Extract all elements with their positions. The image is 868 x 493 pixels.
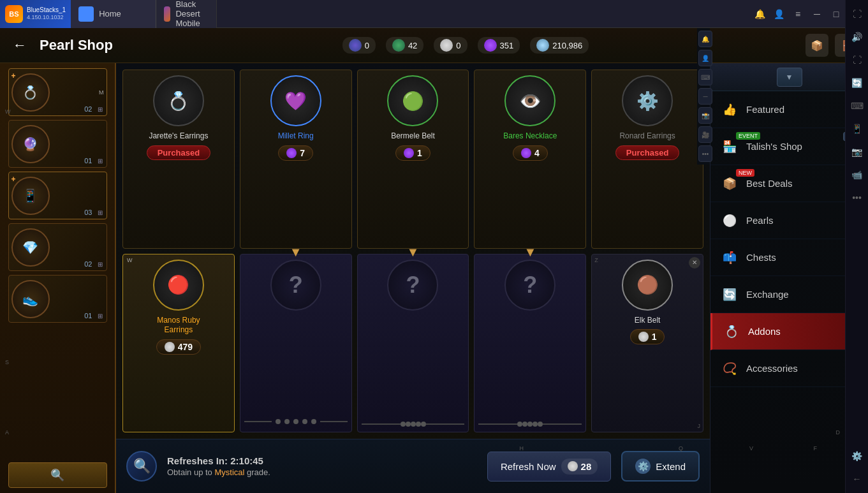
slot-1-box: ⊞ [98, 106, 103, 113]
pearl-count-icon [568, 461, 578, 471]
nav-item-best-deals[interactable]: 📦 Best Deals NEW ▼ [710, 165, 868, 202]
item-card-bares[interactable]: 👁️ Bares Necklace 4 ▼ [474, 70, 586, 249]
item-card-mystery-1[interactable]: ? [240, 254, 352, 433]
close-icon-elk[interactable]: ✕ [689, 257, 700, 269]
corner-key-a: A [5, 429, 9, 436]
moon-value: 0 [365, 41, 369, 50]
purchased-badge-ronard: Purchased [615, 145, 679, 160]
refresh-mystical: Mystical [214, 467, 244, 477]
nav-label-addons: Addons [748, 326, 781, 337]
nav-item-talish[interactable]: 🏪 Talish's Shop EVENT Tab [710, 128, 868, 165]
best-deals-icon: 📦 [721, 175, 739, 193]
ctrl-btn-3[interactable]: ⌨ [698, 69, 712, 85]
event-badge: EVENT [736, 132, 760, 140]
nav-item-exchange[interactable]: 🔄 Exchange [710, 276, 868, 313]
equip-slot-5[interactable]: 👟 01 ⊞ [8, 275, 107, 323]
ctrl-btn-5[interactable]: 📸 [698, 107, 712, 124]
shield-icon [392, 39, 405, 52]
corner-key-w: W [5, 108, 11, 115]
gear-icon: ⚙️ [635, 459, 651, 474]
phone-icon[interactable]: 📱 [848, 120, 866, 138]
ctrl-btn-4[interactable]: ─ [698, 88, 712, 105]
item-name-jarettes: Jarette's Earrings [149, 131, 208, 142]
price-value-manos: 479 [178, 342, 193, 352]
bell-icon[interactable]: 🔔 [753, 8, 766, 20]
key-f: F [814, 445, 818, 452]
menu-icon[interactable]: ≡ [791, 8, 804, 20]
item-name-ronard: Ronard Earrings [619, 131, 675, 142]
bottom-search-icon[interactable]: 🔍 [126, 451, 157, 482]
nav-item-pearls[interactable]: ⚪ Pearls ▲ [710, 202, 868, 239]
nav-item-chests[interactable]: 📫 Chests [710, 239, 868, 276]
moon-icon [349, 39, 362, 52]
key-q: Q [679, 445, 683, 452]
mystery-mark-1: ? [289, 272, 303, 298]
item-card-mystery-2[interactable]: ? [357, 254, 469, 433]
fullscreen-icon[interactable]: ⛶ [848, 51, 866, 69]
ctrl-btn-1[interactable]: 🔔 [698, 31, 712, 47]
ctrl-btn-7[interactable]: ••• [698, 145, 712, 162]
video-icon[interactable]: 📹 [848, 166, 866, 184]
shield-value: 42 [408, 41, 417, 50]
bluestacks-logo[interactable]: BS BlueStacks_1 4.150.10.1032 [0, 0, 71, 28]
slot-1-letter: M [99, 89, 104, 96]
item-card-millet[interactable]: 💜 Millet Ring 7 ▼ [240, 70, 352, 249]
minimize-btn[interactable]: ─ [811, 8, 823, 20]
item-card-ronard[interactable]: ⚙️ Ronard Earrings Purchased [591, 70, 703, 249]
item-grid: 💍 Jarette's Earrings Purchased ▼ 💜 Mille… [116, 63, 710, 439]
key-w: W [127, 257, 133, 263]
currency-group: 0 42 0 351 210,986 [136, 37, 795, 54]
inventory-icon-btn[interactable]: 📦 [805, 34, 828, 57]
nav-label-chests: Chests [746, 252, 776, 263]
settings-icon[interactable]: ⚙️ [848, 447, 866, 465]
keyboard-icon[interactable]: ⌨ [848, 97, 866, 115]
sound-icon[interactable]: 🔊 [848, 28, 866, 46]
extend-button[interactable]: ⚙️ Extend [621, 451, 700, 482]
ctrl-btn-2[interactable]: 👤 [698, 50, 712, 66]
expand-icon[interactable]: ⛶ [848, 5, 866, 23]
refresh-grade-txt: grade. [244, 467, 270, 477]
key-z: Z [594, 257, 598, 263]
equip-slot-1[interactable]: + 💍 M 02 ⊞ [8, 68, 107, 116]
item-price-millet: 7 [278, 145, 313, 161]
bottom-bar: 🔍 Refreshes In: 2:10:45 Obtain up to Mys… [116, 439, 710, 493]
nav-label-exchange: Exchange [746, 289, 789, 300]
rotate-icon[interactable]: 🔄 [848, 74, 866, 92]
equip-slot-4[interactable]: 💎 02 ⊞ [8, 223, 107, 271]
equip-slot-2[interactable]: 🔮 01 ⊞ [8, 120, 107, 168]
game-tab[interactable]: Black Desert Mobile [156, 0, 217, 28]
dropdown-arrow-icon: ▼ [777, 68, 802, 87]
nav-label-pearls: Pearls [746, 215, 774, 226]
slot-1-plus: + [11, 71, 16, 80]
item-card-mystery-3[interactable]: ? [474, 254, 586, 433]
bs-icon: BS [5, 5, 23, 23]
nav-item-featured[interactable]: 👍 Featured [710, 91, 868, 128]
item-card-elk[interactable]: 🟤 Elk Belt 1 ✕ J Z [591, 254, 703, 433]
shop-title: Pearl Shop [40, 37, 113, 54]
account-icon[interactable]: 👤 [772, 8, 785, 20]
item-card-manos[interactable]: 🔴 Manos RubyEarrings 479 W [122, 254, 235, 433]
more-icon[interactable]: ••• [848, 189, 866, 207]
item-price-elk: 1 [630, 329, 665, 344]
arrow-millet: ▼ [290, 245, 302, 260]
accessories-icon: 📿 [721, 360, 739, 378]
right-sidebar: ▼ 👍 Featured 🏪 Talish's Shop EVENT Tab 📦… [710, 63, 868, 493]
item-card-bermele[interactable]: 🟢 Bermele Belt 1 ▼ [357, 70, 469, 249]
dropdown-header[interactable]: ▼ [710, 63, 868, 91]
equip-slot-3[interactable]: + 📱 03 ⊞ [8, 172, 107, 219]
home-tab[interactable]: Home [71, 0, 156, 28]
ctrl-btn-6[interactable]: 🎥 [698, 126, 712, 143]
back-nav-icon[interactable]: ← [848, 470, 866, 488]
back-button[interactable]: ← [10, 36, 29, 55]
camera2-icon[interactable]: 📷 [848, 143, 866, 161]
item-img-manos: 🔴 [153, 260, 204, 311]
restore-btn[interactable]: □ [830, 8, 842, 20]
search-button[interactable]: 🔍 [8, 462, 107, 488]
pearl-count-display: 28 [561, 459, 598, 475]
nav-item-accessories[interactable]: 📿 Accessories [710, 350, 868, 387]
corner-key-s: S [5, 359, 9, 365]
refresh-now-button[interactable]: Refresh Now 28 [487, 452, 611, 482]
item-card-jarettes[interactable]: 💍 Jarette's Earrings Purchased ▼ [122, 70, 235, 249]
addons-icon: 💍 [723, 323, 740, 341]
nav-item-addons[interactable]: 💍 Addons ▲ [710, 313, 868, 350]
